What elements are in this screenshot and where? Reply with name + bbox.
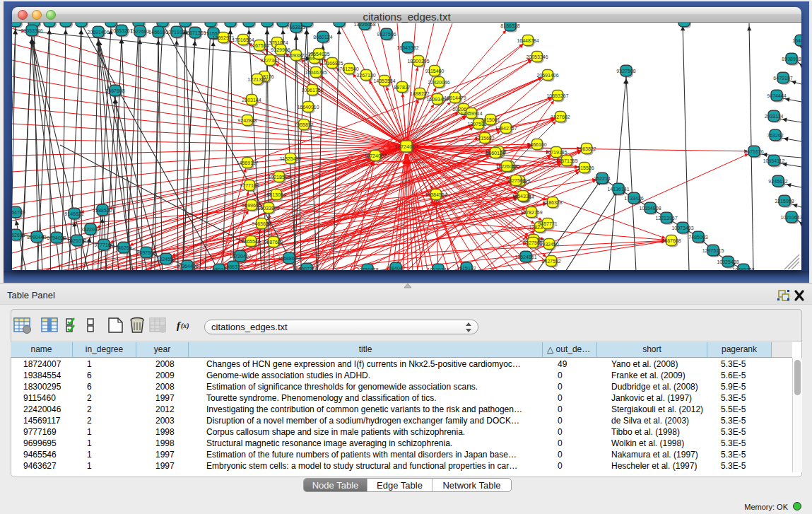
svg-text:20053346: 20053346: [526, 54, 548, 59]
svg-text:9827506: 9827506: [506, 178, 525, 183]
svg-text:16046785: 16046785: [305, 70, 326, 75]
svg-text:6466160: 6466160: [527, 142, 546, 147]
svg-text:164095: 164095: [792, 38, 801, 43]
svg-text:15720407: 15720407: [229, 254, 251, 259]
svg-text:9684047: 9684047: [386, 266, 405, 271]
svg-text:2933114: 2933114: [765, 114, 784, 119]
svg-text:1527602: 1527602: [551, 115, 570, 119]
svg-text:13692971: 13692971: [212, 35, 234, 40]
svg-text:3215958: 3215958: [775, 199, 794, 204]
svg-text:6497508: 6497508: [136, 250, 155, 255]
svg-text:9474444: 9474444: [767, 93, 786, 98]
svg-text:16671355: 16671355: [555, 158, 577, 163]
svg-text:12213967: 12213967: [655, 216, 677, 221]
svg-text:17942757: 17942757: [495, 126, 517, 131]
svg-text:9827506: 9827506: [377, 32, 396, 37]
svg-text:8454749: 8454749: [12, 210, 25, 215]
svg-text:20691406: 20691406: [87, 30, 109, 35]
svg-text:1215682: 1215682: [475, 136, 494, 141]
svg-text:20756928: 20756928: [356, 267, 378, 271]
svg-text:19218506: 19218506: [268, 175, 290, 180]
svg-text:10653267: 10653267: [546, 93, 568, 98]
svg-text:8186328: 8186328: [543, 200, 562, 205]
svg-text:9327508: 9327508: [616, 69, 635, 74]
svg-text:17016504: 17016504: [232, 37, 254, 42]
svg-text:1498222: 1498222: [410, 91, 429, 96]
svg-text:3824554: 3824554: [156, 257, 175, 262]
svg-text:8938918: 8938918: [782, 57, 801, 62]
svg-text:9329906: 9329906: [271, 47, 290, 52]
svg-text:2867608: 2867608: [661, 238, 681, 243]
svg-text:763262: 763262: [767, 133, 783, 138]
svg-text:10688609: 10688609: [278, 256, 300, 261]
svg-text:7663822: 7663822: [577, 146, 596, 151]
svg-text:7663822: 7663822: [286, 25, 305, 30]
svg-text:16914479: 16914479: [444, 95, 466, 100]
svg-text:9777169: 9777169: [240, 183, 259, 188]
svg-text:16782759: 16782759: [520, 210, 542, 215]
svg-text:13226058: 13226058: [495, 164, 517, 169]
svg-text:20364436: 20364436: [176, 264, 198, 269]
svg-text:3915061: 3915061: [481, 117, 500, 122]
svg-text:10973493: 10973493: [671, 226, 693, 230]
svg-text:13524851: 13524851: [514, 255, 536, 259]
svg-text:19654935: 19654935: [307, 52, 329, 57]
svg-text:16671355: 16671355: [184, 30, 206, 35]
svg-text:12359914: 12359914: [460, 111, 482, 116]
svg-text:10654112: 10654112: [763, 158, 785, 163]
svg-text:1362615: 1362615: [12, 233, 25, 238]
svg-text:(x): (x): [181, 322, 189, 330]
svg-text:746266: 746266: [115, 245, 131, 250]
svg-text:8990443: 8990443: [27, 235, 46, 240]
svg-text:3267130: 3267130: [356, 73, 375, 78]
svg-text:18300295: 18300295: [407, 59, 429, 64]
svg-text:16495758: 16495758: [732, 267, 754, 271]
svg-text:887837: 887837: [394, 85, 410, 90]
svg-text:7515526: 7515526: [575, 165, 594, 170]
svg-text:2687682: 2687682: [264, 240, 283, 245]
svg-text:16640910: 16640910: [297, 105, 319, 110]
svg-text:9327508: 9327508: [523, 240, 542, 245]
svg-text:14136141: 14136141: [607, 187, 629, 192]
svg-text:12975115: 12975115: [702, 248, 724, 253]
svg-text:14353584: 14353584: [373, 78, 395, 83]
svg-text:9115460: 9115460: [425, 69, 445, 74]
svg-text:7612540: 7612540: [339, 66, 358, 71]
svg-text:16543382: 16543382: [512, 194, 534, 199]
svg-text:1588520: 1588520: [93, 208, 112, 213]
svg-text:19384554: 19384554: [425, 192, 447, 197]
svg-text:8186328: 8186328: [500, 23, 519, 28]
svg-text:16448784: 16448784: [517, 38, 539, 43]
svg-text:1615132: 1615132: [457, 266, 476, 271]
svg-text:16120746: 16120746: [427, 267, 449, 271]
svg-text:7485063: 7485063: [688, 235, 707, 240]
svg-text:20691406: 20691406: [536, 73, 558, 78]
svg-text:9245612: 9245612: [768, 179, 787, 184]
svg-text:10961758: 10961758: [301, 88, 323, 93]
svg-text:16033809: 16033809: [257, 206, 279, 211]
svg-text:9146821: 9146821: [64, 211, 83, 216]
svg-text:22420046: 22420046: [428, 80, 449, 85]
svg-text:7955812: 7955812: [294, 122, 313, 127]
svg-text:9777169: 9777169: [94, 243, 113, 247]
svg-text:9457771: 9457771: [538, 221, 557, 226]
svg-text:8471676: 8471676: [744, 149, 763, 154]
svg-text:8660124: 8660124: [486, 151, 505, 156]
svg-text:6794028: 6794028: [47, 235, 66, 240]
svg-text:252214: 252214: [594, 176, 610, 181]
svg-text:6479197: 6479197: [773, 76, 792, 81]
svg-text:7986372: 7986372: [223, 264, 242, 269]
svg-text:1527602: 1527602: [130, 29, 149, 34]
svg-text:2867608: 2867608: [105, 88, 124, 93]
svg-text:18724007: 18724007: [394, 144, 418, 150]
svg-text:10154808: 10154808: [639, 206, 661, 211]
svg-text:10210643: 10210643: [780, 215, 801, 220]
svg-text:19166825: 19166825: [321, 61, 343, 66]
svg-text:10653267: 10653267: [110, 28, 132, 33]
svg-text:8813054: 8813054: [266, 192, 286, 197]
svg-text:1733426: 1733426: [624, 196, 643, 201]
svg-text:2803144: 2803144: [242, 98, 261, 103]
svg-text:8427552: 8427552: [541, 259, 560, 264]
svg-text:8660124: 8660124: [313, 35, 332, 40]
svg-text:9465546: 9465546: [241, 239, 260, 244]
